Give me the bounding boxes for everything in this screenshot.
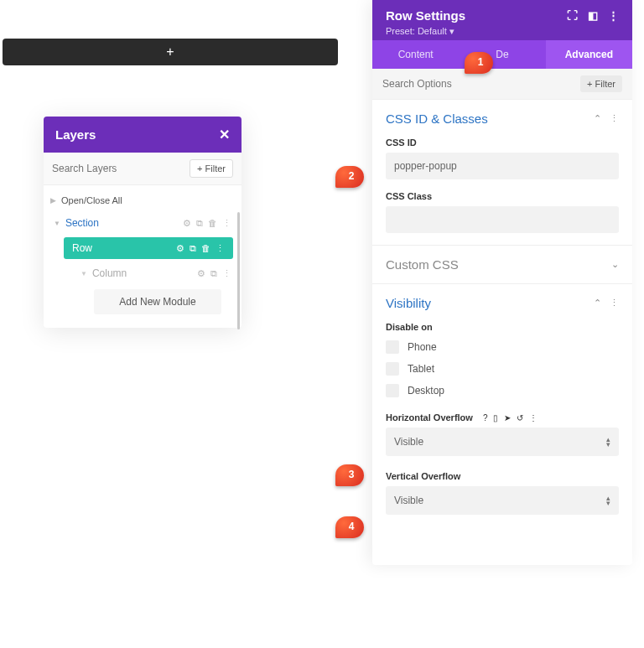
expand-icon[interactable]: ⛶ <box>567 9 578 22</box>
more-icon[interactable]: ⋮ <box>222 218 231 229</box>
layers-section-row[interactable]: ▼ Section ⚙ ⧉ 🗑 ⋮ <box>47 212 238 234</box>
layers-body: ▶ Open/Close All ▼ Section ⚙ ⧉ 🗑 ⋮ Row ⚙… <box>44 185 242 328</box>
open-close-label: Open/Close All <box>61 195 122 205</box>
callout-4-num: 4 <box>349 521 355 532</box>
add-new-module-button[interactable]: Add New Module <box>94 289 221 314</box>
triangle-down-icon: ▼ <box>80 270 87 277</box>
triangle-down-icon: ▼ <box>54 220 60 227</box>
phone-icon[interactable]: ▯ <box>493 413 498 422</box>
gear-icon[interactable]: ⚙ <box>176 243 184 254</box>
section-row-icons: ⚙ ⧉ 🗑 ⋮ <box>183 218 231 229</box>
checkbox[interactable] <box>386 340 399 354</box>
updown-icon: ▴▾ <box>606 437 610 447</box>
disable-tablet-row[interactable]: Tablet <box>386 362 619 376</box>
disable-on-label: Disable on <box>386 322 619 332</box>
disable-desktop-row[interactable]: Desktop <box>386 384 619 397</box>
accordion-visibility: Visibility ⌃ ⋮ Disable on Phone Tablet D… <box>372 284 632 565</box>
acc-visibility-title[interactable]: Visibility <box>386 296 431 310</box>
settings-search-row: + Filter <box>372 69 632 100</box>
callout-1-num: 1 <box>478 56 484 68</box>
more-icon[interactable]: ⋮ <box>610 298 619 308</box>
tablet-label: Tablet <box>408 363 434 375</box>
trash-icon[interactable]: 🗑 <box>208 218 217 229</box>
section-label: Section <box>65 217 99 229</box>
gear-icon[interactable]: ⚙ <box>197 268 205 279</box>
callout-2: 2 <box>335 166 364 188</box>
row-label: Row <box>72 242 92 254</box>
more-icon[interactable]: ⋮ <box>222 268 231 279</box>
more-icon[interactable]: ⋮ <box>529 413 538 422</box>
chevron-down-icon[interactable]: ⌄ <box>611 259 619 270</box>
add-section-bar[interactable]: + <box>3 39 338 65</box>
settings-tabs: Content De Advanced <box>372 40 632 69</box>
plus-icon: + <box>166 44 174 60</box>
tab-content[interactable]: Content <box>372 40 459 69</box>
callout-3: 3 <box>335 464 364 486</box>
accordion-custom-css[interactable]: Custom CSS ⌄ <box>372 246 632 284</box>
v-overflow-value: Visible <box>394 495 423 506</box>
layers-scrollbar[interactable] <box>237 212 240 329</box>
h-overflow-value: Visible <box>394 436 423 448</box>
more-icon[interactable]: ⋮ <box>216 243 225 254</box>
phone-label: Phone <box>408 341 437 353</box>
v-overflow-label: Vertical Overflow <box>386 471 619 481</box>
settings-filter-button[interactable]: + Filter <box>580 75 622 92</box>
layers-row-row[interactable]: Row ⚙ ⧉ 🗑 ⋮ <box>64 237 233 259</box>
h-overflow-label: Horizontal Overflow <box>386 412 473 422</box>
hover-icon[interactable]: ➤ <box>504 413 511 422</box>
chevron-up-icon[interactable]: ⌃ <box>594 113 601 124</box>
settings-header: Row Settings ⛶ ◧ ⋮ Preset: Default ▾ <box>372 0 632 40</box>
open-close-all[interactable]: ▶ Open/Close All <box>47 190 238 212</box>
trash-icon[interactable]: 🗑 <box>201 243 210 254</box>
css-id-input[interactable] <box>386 153 619 179</box>
layers-panel: Layers ✕ + Filter ▶ Open/Close All ▼ Sec… <box>44 117 242 328</box>
gear-icon[interactable]: ⚙ <box>183 218 191 229</box>
callout-1: 1 <box>465 52 493 74</box>
row-row-icons: ⚙ ⧉ 🗑 ⋮ <box>176 243 225 254</box>
acc-custom-title: Custom CSS <box>386 257 459 272</box>
disable-phone-row[interactable]: Phone <box>386 340 619 354</box>
layers-search-row: + Filter <box>44 153 242 185</box>
settings-search-input[interactable] <box>382 78 580 90</box>
settings-title: Row Settings <box>386 8 465 23</box>
layers-header: Layers ✕ <box>44 117 242 153</box>
checkbox[interactable] <box>386 362 399 376</box>
help-icon[interactable]: ? <box>483 413 488 422</box>
duplicate-icon[interactable]: ⧉ <box>210 268 217 279</box>
chevron-up-icon[interactable]: ⌃ <box>594 298 601 308</box>
duplicate-icon[interactable]: ⧉ <box>196 218 203 229</box>
layers-search-input[interactable] <box>52 163 190 174</box>
callout-3-num: 3 <box>349 469 355 480</box>
more-icon[interactable]: ⋮ <box>610 113 619 124</box>
close-icon[interactable]: ✕ <box>219 127 230 143</box>
layers-filter-button[interactable]: + Filter <box>190 159 233 178</box>
row-settings-panel: Row Settings ⛶ ◧ ⋮ Preset: Default ▾ Con… <box>372 0 632 565</box>
checkbox[interactable] <box>386 384 399 397</box>
acc-css-title[interactable]: CSS ID & Classes <box>386 111 488 126</box>
css-class-label: CSS Class <box>386 191 619 201</box>
callout-2-num: 2 <box>349 170 355 182</box>
preset-dropdown[interactable]: Preset: Default ▾ <box>386 26 619 37</box>
duplicate-icon[interactable]: ⧉ <box>190 243 196 254</box>
accordion-css-id-classes: CSS ID & Classes ⌃ ⋮ CSS ID CSS Class <box>372 100 632 246</box>
css-id-label: CSS ID <box>386 137 619 148</box>
v-overflow-select[interactable]: Visible ▴▾ <box>386 486 619 515</box>
layers-title: Layers <box>55 127 96 142</box>
triangle-icon: ▶ <box>50 196 56 205</box>
more-icon[interactable]: ⋮ <box>608 9 619 22</box>
column-label: Column <box>92 267 127 279</box>
css-class-input[interactable] <box>386 206 619 233</box>
h-overflow-select[interactable]: Visible ▴▾ <box>386 428 619 456</box>
tab-advanced[interactable]: Advanced <box>546 40 632 69</box>
desktop-label: Desktop <box>408 385 444 397</box>
callout-4: 4 <box>335 516 364 538</box>
reset-icon[interactable]: ↺ <box>517 413 523 422</box>
snap-icon[interactable]: ◧ <box>588 9 598 22</box>
column-row-icons: ⚙ ⧉ ⋮ <box>197 268 231 279</box>
updown-icon: ▴▾ <box>606 495 610 505</box>
layers-column-row[interactable]: ▼ Column ⚙ ⧉ ⋮ <box>47 262 238 284</box>
